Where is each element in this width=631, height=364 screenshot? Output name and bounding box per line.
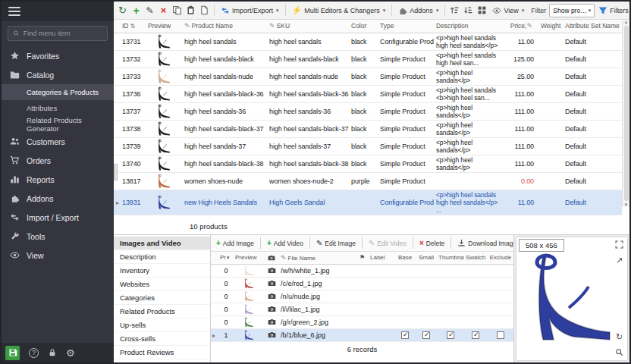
col-camera[interactable]	[264, 252, 279, 264]
product-row[interactable]: ▸ 13731 high heel sandals high heel sand…	[114, 33, 622, 50]
cell-file-name[interactable]: /n/u/nude.jpg	[279, 290, 358, 303]
cell-label[interactable]	[369, 277, 394, 290]
fullscreen-button[interactable]	[614, 239, 625, 250]
refresh-button[interactable]: ↻	[116, 4, 129, 17]
multi-editors-menu-button[interactable]: ⚡ Multi Editors & Changers ▾	[289, 4, 389, 17]
sidebar-item-catalog[interactable]: Catalog	[2, 65, 114, 84]
col-thumbnail[interactable]: Thumbna	[437, 252, 464, 264]
panel-splitter-handle[interactable]	[114, 164, 118, 180]
add-video-button[interactable]: +Add Video	[265, 237, 306, 249]
checkbox-exclude[interactable]	[497, 331, 504, 339]
product-row[interactable]: ▸ 13740 high heel sandals-black-38 high …	[114, 155, 622, 172]
product-row[interactable]: ▸ 13732 high heel sandals-black high hee…	[114, 50, 622, 67]
cell-file-name[interactable]: /w/h/white_1.jpg	[279, 264, 358, 277]
sidebar-item-view[interactable]: View	[2, 246, 114, 265]
col-product-name[interactable]: ✎Product Name	[182, 20, 267, 33]
image-row[interactable]: ▸ 0 /l/i/lilac_1.jpg	[211, 303, 514, 315]
sidebar-item-categories-products[interactable]: Categories & Products	[2, 84, 114, 100]
cell-price[interactable]: 11.00	[507, 190, 538, 215]
col-file-name[interactable]: ✎File Name	[279, 252, 358, 264]
cell-product-name[interactable]: women shoes-nude	[182, 172, 267, 190]
col-image-preview[interactable]: Preview	[234, 252, 264, 264]
edit-image-button[interactable]: ✎Edit Image	[314, 237, 358, 249]
add-product-button[interactable]: +	[130, 4, 143, 17]
col-priority[interactable]: Pr▾	[218, 252, 234, 264]
col-description[interactable]: Description	[434, 20, 507, 33]
view-menu-button[interactable]: View ▾	[489, 4, 527, 17]
cell-label[interactable]	[369, 315, 394, 328]
cell-sku[interactable]: High Geels Sandal	[267, 190, 349, 215]
cell-camera[interactable]	[264, 328, 279, 341]
sidebar-item-orders[interactable]: Orders	[2, 151, 114, 170]
cell-camera[interactable]	[264, 315, 279, 328]
sidebar-item-favorites[interactable]: Favorites	[2, 46, 114, 65]
cell-camera[interactable]	[264, 264, 279, 277]
scrollbar-thumb[interactable]	[624, 26, 629, 201]
detail-tab[interactable]: Websites	[114, 278, 210, 291]
paste-button[interactable]	[184, 4, 197, 17]
cell-product-name[interactable]: high heel sandals-black	[182, 50, 267, 67]
cell-product-name[interactable]: high heel sandals-black-37	[182, 120, 267, 137]
import-export-menu-button[interactable]: Import/Export ▾	[218, 4, 282, 17]
cell-product-name[interactable]: high heel sandals-black-38	[182, 155, 267, 172]
cell-file-name[interactable]: /g/r/green_2.jpg	[279, 315, 358, 328]
grid-vertical-scrollbar[interactable]: ▲ ▼	[622, 20, 629, 207]
edit-product-button[interactable]: ✎	[143, 4, 156, 17]
cell-price[interactable]: 111.00	[507, 120, 538, 137]
sidebar-item-reports[interactable]: Reports	[2, 170, 114, 189]
edit-video-button[interactable]: ✎Edit Video	[366, 237, 409, 249]
cell-sku[interactable]: high heel sandals-36	[267, 102, 349, 120]
duplicate-button[interactable]	[198, 4, 211, 17]
checkbox-swatch[interactable]	[472, 331, 479, 339]
store-button[interactable]	[5, 346, 20, 360]
open-external-button[interactable]: ↗	[614, 255, 625, 266]
sort-desc-button[interactable]	[462, 4, 475, 17]
detail-tab[interactable]: Cross-sells	[114, 332, 210, 346]
cell-sku[interactable]: women shoes-nude-2	[267, 172, 349, 190]
cell-file-name[interactable]: /c/e/red_1.jpg	[279, 277, 358, 290]
col-id[interactable]: ID⇅	[120, 20, 146, 33]
col-sku[interactable]: ✎SKU	[267, 20, 349, 33]
copy-button[interactable]	[171, 4, 184, 17]
detail-tab[interactable]: Images and Video	[114, 237, 210, 250]
col-base[interactable]: Base	[394, 252, 416, 264]
cell-sku[interactable]: high heel sandals-nude	[267, 67, 349, 85]
image-row[interactable]: ▸ 0 /g/r/green_2.jpg	[211, 315, 514, 328]
col-exclude[interactable]: Exclude	[487, 252, 514, 264]
scroll-up-icon[interactable]: ▲	[624, 20, 629, 24]
checkbox-base[interactable]	[401, 331, 409, 339]
col-flag[interactable]: ⚑	[358, 252, 369, 264]
cell-sku[interactable]: high heel sandals-37	[267, 137, 349, 155]
cell-product-name[interactable]: new High Heels Sandals	[182, 190, 267, 215]
cell-camera[interactable]	[264, 303, 279, 315]
col-swatch[interactable]: Swatch	[464, 252, 487, 264]
cell-sku[interactable]: high heel sandals-black-37	[267, 120, 349, 137]
col-price[interactable]: Price,✎	[507, 20, 538, 33]
grouping-button[interactable]	[476, 4, 488, 17]
col-type[interactable]: Type	[378, 20, 434, 33]
sidebar-item-import-export[interactable]: Import / Export	[2, 208, 114, 227]
cell-product-name[interactable]: high heel sandals	[182, 33, 267, 50]
cell-camera[interactable]	[264, 290, 279, 303]
cell-price[interactable]: 111.00	[507, 155, 538, 172]
cell-price[interactable]: 111.00	[507, 137, 538, 155]
image-row[interactable]: ▸ 0 /c/e/red_1.jpg	[211, 277, 514, 290]
cell-price[interactable]: 111.00	[507, 85, 538, 102]
cell-label[interactable]	[369, 303, 394, 315]
col-label[interactable]: Label	[369, 252, 394, 264]
image-row[interactable]: ▸ 1 /b/1/blue_6.jpg	[211, 328, 514, 341]
preview-photo[interactable]	[516, 237, 627, 360]
sidebar-item-tools[interactable]: Tools	[2, 227, 114, 246]
cell-sku[interactable]: high heel sandals	[267, 33, 349, 50]
product-row[interactable]: ▸ 13733 high heel sandals-nude high heel…	[114, 67, 622, 85]
detail-tab[interactable]: Up-sells	[114, 318, 210, 332]
col-attribute-set[interactable]: Attribute Set Name	[563, 20, 622, 33]
cell-price[interactable]: 125.00	[507, 50, 538, 67]
download-image-button[interactable]: Download Image	[455, 237, 513, 249]
add-image-button[interactable]: +Add Image	[214, 237, 256, 249]
addons-menu-button[interactable]: Addons ▾	[395, 4, 441, 17]
filters-menu-button[interactable]: Filters ▾	[595, 4, 629, 17]
cell-product-name[interactable]: high heel sandals-37	[182, 137, 267, 155]
sidebar-item-related-products-generator[interactable]: Related Products Generator	[2, 116, 114, 132]
cell-file-name[interactable]: /l/i/lilac_1.jpg	[279, 303, 358, 315]
